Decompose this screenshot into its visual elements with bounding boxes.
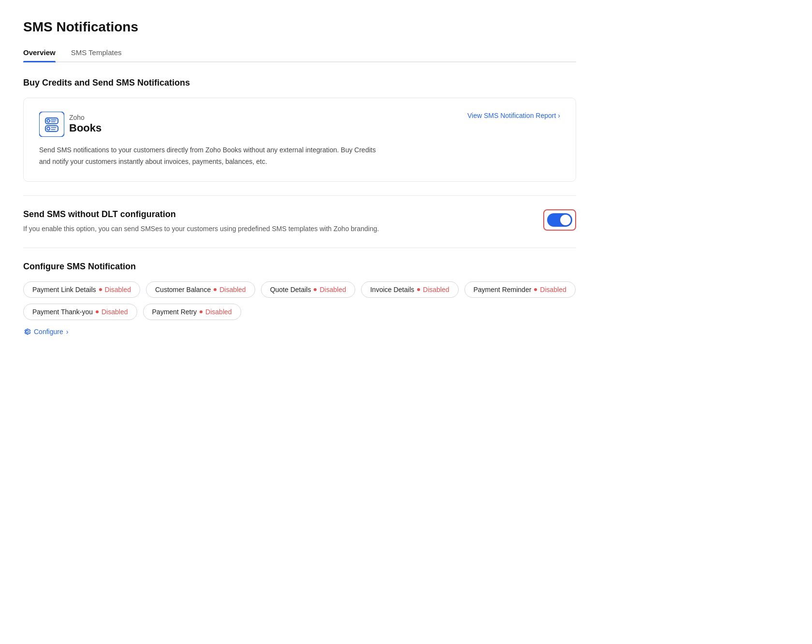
badge-status: Disabled	[205, 308, 232, 316]
badge-status: Disabled	[540, 286, 566, 293]
zoho-books-logo-icon	[39, 112, 64, 137]
divider-2	[23, 248, 576, 248]
badge-dot-icon	[534, 288, 537, 291]
badge-status: Disabled	[105, 286, 131, 293]
badge-status: Disabled	[423, 286, 449, 293]
view-report-label: View SMS Notification Report	[467, 112, 556, 119]
badge-label: Payment Retry	[152, 308, 197, 316]
card-header: Zoho Books View SMS Notification Report …	[39, 112, 560, 137]
tab-overview[interactable]: Overview	[23, 48, 56, 61]
dlt-title: Send SMS without DLT configuration	[23, 209, 524, 220]
configure-label: Configure	[34, 328, 63, 336]
badge-dot-icon	[214, 288, 217, 291]
zoho-books-logo: Zoho Books	[39, 112, 102, 137]
tabs-bar: Overview SMS Templates	[23, 48, 576, 62]
badge-status: Disabled	[102, 308, 128, 316]
view-report-link[interactable]: View SMS Notification Report ›	[467, 112, 560, 119]
badge-dot-icon	[417, 288, 420, 291]
books-text: Books	[69, 122, 102, 134]
page-title: SMS Notifications	[23, 19, 576, 35]
tab-sms-templates[interactable]: SMS Templates	[71, 48, 122, 61]
badge-status: Disabled	[219, 286, 246, 293]
badge-item[interactable]: Payment Thank-youDisabled	[23, 304, 137, 320]
badge-label: Payment Thank-you	[32, 308, 93, 316]
badge-item[interactable]: Payment ReminderDisabled	[464, 281, 576, 298]
badge-label: Payment Reminder	[474, 286, 532, 293]
badge-label: Quote Details	[270, 286, 311, 293]
buy-credits-section-title: Buy Credits and Send SMS Notifications	[23, 78, 576, 88]
dlt-description: If you enable this option, you can send …	[23, 223, 391, 234]
dlt-toggle[interactable]	[547, 213, 572, 227]
zoho-books-text: Zoho Books	[69, 114, 102, 134]
configure-section-title: Configure SMS Notification	[23, 262, 576, 272]
notification-badges-grid: Payment Link DetailsDisabledCustomer Bal…	[23, 281, 576, 320]
badge-item[interactable]: Payment Link DetailsDisabled	[23, 281, 140, 298]
dlt-section: Send SMS without DLT configuration If yo…	[23, 209, 576, 234]
badge-dot-icon	[96, 310, 99, 313]
dlt-text: Send SMS without DLT configuration If yo…	[23, 209, 524, 234]
badge-status: Disabled	[319, 286, 346, 293]
badge-label: Payment Link Details	[32, 286, 96, 293]
configure-link[interactable]: Configure ›	[23, 328, 576, 336]
toggle-knob	[560, 215, 571, 225]
zoho-text: Zoho	[69, 114, 102, 122]
zoho-books-card: Zoho Books View SMS Notification Report …	[23, 98, 576, 182]
toggle-wrapper[interactable]	[543, 209, 576, 231]
badge-item[interactable]: Quote DetailsDisabled	[261, 281, 355, 298]
gear-icon	[23, 328, 31, 336]
badge-dot-icon	[99, 288, 102, 291]
badge-item[interactable]: Invoice DetailsDisabled	[361, 281, 459, 298]
card-description: Send SMS notifications to your customers…	[39, 145, 377, 168]
badge-item[interactable]: Customer BalanceDisabled	[146, 281, 255, 298]
badge-dot-icon	[200, 310, 203, 313]
badge-dot-icon	[314, 288, 317, 291]
badge-item[interactable]: Payment RetryDisabled	[143, 304, 241, 320]
view-report-chevron: ›	[558, 112, 560, 119]
configure-chevron: ›	[66, 328, 69, 336]
badge-label: Invoice Details	[370, 286, 414, 293]
divider-1	[23, 195, 576, 196]
badge-label: Customer Balance	[155, 286, 211, 293]
